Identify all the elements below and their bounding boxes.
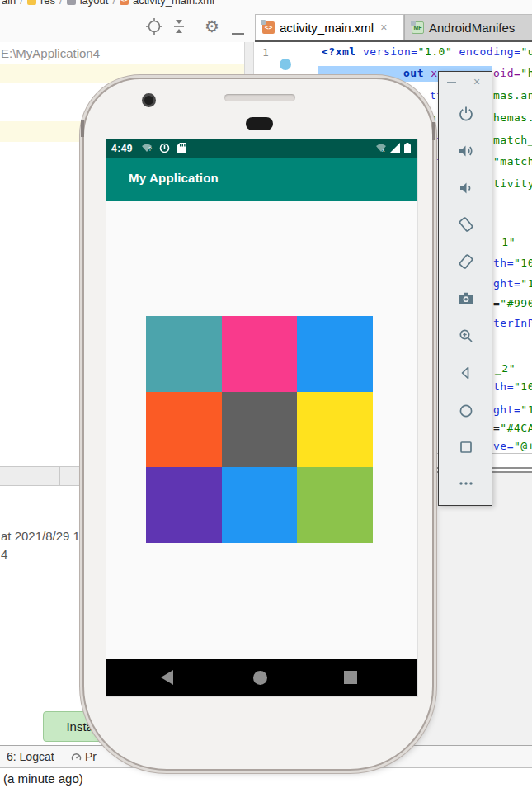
line-number: 1 xyxy=(262,46,269,59)
settings-gear-icon[interactable]: ⚙ xyxy=(203,17,221,35)
ide-message-bar: (a minute ago) xyxy=(0,767,532,788)
logcat-tab[interactable]: 6: Logcat xyxy=(7,750,54,763)
code-fragment: mas.an xyxy=(493,89,532,102)
volume-down-icon[interactable] xyxy=(456,178,476,198)
android-studio-window: ain / res / layout / <> activity_main.xm… xyxy=(0,0,532,788)
overview-icon[interactable] xyxy=(456,437,476,457)
code-fragment: ="#4CA xyxy=(493,422,532,435)
code-fragment: hemas. xyxy=(493,111,532,125)
grid-cell-green[interactable] xyxy=(297,467,373,543)
more-icon[interactable] xyxy=(456,474,476,493)
tab-android-manifest[interactable]: MF AndroidManifes xyxy=(404,14,532,40)
grid-cell-pink[interactable] xyxy=(222,316,298,392)
color-grid xyxy=(146,316,373,543)
grid-cell-orange[interactable] xyxy=(146,392,222,468)
panel-toolbar: ⚙ xyxy=(0,12,255,43)
battery-icon xyxy=(404,143,411,153)
xml-file-icon: <> xyxy=(120,0,129,5)
breadcrumb-item-activity-main[interactable]: activity_main.xml xyxy=(133,0,214,7)
code-fragment: th="10 xyxy=(493,257,532,270)
home-icon[interactable] xyxy=(456,401,476,421)
app-bar: My Application xyxy=(106,158,417,201)
code-fragment: _2" xyxy=(495,362,516,375)
front-camera xyxy=(142,93,156,107)
profiler-tab[interactable]: Pr xyxy=(85,750,97,763)
toolbar-separator xyxy=(195,17,195,36)
breadcrumb-item-main[interactable]: ain xyxy=(2,0,16,7)
code-fragment: "match xyxy=(493,155,532,168)
android-chip-icon xyxy=(261,20,266,25)
profiler-gauge-icon xyxy=(71,752,82,762)
power-button-bump xyxy=(432,122,435,140)
side-button-bump xyxy=(81,120,84,137)
app-title: My Application xyxy=(129,171,219,185)
xml-file-icon: <> xyxy=(262,21,275,34)
breadcrumb-separator: / xyxy=(20,0,23,7)
code-fragment: _1" xyxy=(495,236,516,249)
code-fragment: match_ xyxy=(493,134,532,147)
svg-text:?: ? xyxy=(148,146,152,152)
zoom-icon[interactable] xyxy=(456,326,476,346)
wifi-question-icon: ? xyxy=(141,143,153,153)
app-content xyxy=(106,201,417,659)
close-icon[interactable]: × xyxy=(380,21,387,34)
svg-text:x: x xyxy=(382,147,385,153)
status-time: 4:49 xyxy=(111,143,133,154)
speaker-grille xyxy=(224,94,295,101)
status-circle-icon xyxy=(159,143,170,153)
minimize-icon[interactable] xyxy=(447,82,456,83)
hide-panel-icon[interactable] xyxy=(232,33,244,35)
emulator-toolbar: × xyxy=(438,71,492,506)
grid-cell-yellow[interactable] xyxy=(297,392,373,468)
code-fragment: ="#990 xyxy=(493,297,532,310)
camera-icon[interactable] xyxy=(456,289,476,309)
layout-folder-icon xyxy=(67,0,76,5)
grid-cell-dark-gray[interactable] xyxy=(222,392,298,468)
signal-icon xyxy=(390,143,400,153)
nav-back-button[interactable] xyxy=(161,670,173,685)
code-fragment: ght="1 xyxy=(493,277,532,290)
tab-activity-main-xml[interactable]: <> activity_main.xml × xyxy=(255,14,404,40)
locate-target-icon[interactable] xyxy=(145,17,163,35)
code-fragment: <?xml version="1.0" encoding="ut xyxy=(322,45,532,59)
grid-cell-purple[interactable] xyxy=(146,467,222,543)
tab-label: AndroidManifes xyxy=(429,21,515,35)
breadcrumb-separator: / xyxy=(112,0,115,7)
res-folder-icon xyxy=(27,0,36,5)
android-nav-bar xyxy=(106,659,417,696)
code-fragment: ve="@+ xyxy=(493,440,532,453)
grid-cell-teal[interactable] xyxy=(146,316,222,392)
nav-overview-button[interactable] xyxy=(344,671,357,684)
power-icon[interactable] xyxy=(456,104,476,124)
collapse-all-icon[interactable] xyxy=(170,17,188,35)
code-fragment: ght="1 xyxy=(493,403,532,417)
breadcrumb-item-layout[interactable]: layout xyxy=(80,0,109,7)
breadcrumb-item-res[interactable]: res xyxy=(40,0,55,7)
volume-up-icon[interactable] xyxy=(456,141,476,161)
phone-screen[interactable]: 4:49 ? x xyxy=(106,139,418,697)
rotate-left-icon[interactable] xyxy=(456,215,476,234)
grid-cell-blue-2[interactable] xyxy=(222,467,298,543)
emulator-phone: 4:49 ? x xyxy=(84,79,432,769)
close-icon[interactable]: × xyxy=(470,75,483,88)
breadcrumb: ain / res / layout / <> activity_main.xm… xyxy=(0,0,532,12)
code-fragment: tivity xyxy=(493,177,532,191)
android-status-bar: 4:49 ? x xyxy=(106,139,417,158)
column-divider xyxy=(59,467,60,485)
breadcrumb-separator: / xyxy=(59,0,63,7)
code-fragment: th="10 xyxy=(493,380,532,394)
android-chip-icon xyxy=(411,21,416,26)
code-fragment: oid="h xyxy=(493,67,532,80)
log-line: at 2021/8/29 1 xyxy=(1,529,80,543)
manifest-file-icon: MF xyxy=(412,21,424,34)
code-fragment: terInP xyxy=(493,317,532,330)
status-message: (a minute ago) xyxy=(3,771,83,786)
sd-card-icon xyxy=(177,143,186,153)
back-icon[interactable] xyxy=(456,363,476,383)
nav-home-button[interactable] xyxy=(253,671,267,685)
rotate-right-icon[interactable] xyxy=(456,252,476,271)
project-path: E:\MyApplication4 xyxy=(1,46,100,60)
gutter-run-dot[interactable] xyxy=(280,59,291,70)
grid-cell-blue[interactable] xyxy=(297,316,373,392)
wifi-x-icon: x xyxy=(375,143,387,153)
